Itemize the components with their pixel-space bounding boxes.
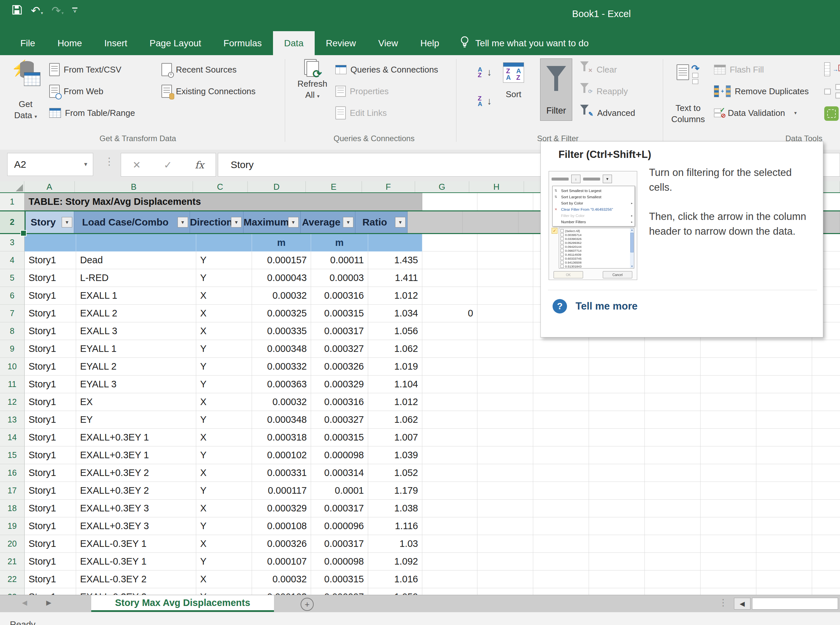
grid-cell[interactable]: 0.000325: [252, 305, 311, 322]
grid-cell[interactable]: [533, 376, 589, 393]
grid-cell[interactable]: 0.000096: [311, 517, 368, 535]
grid-cell[interactable]: [422, 234, 477, 252]
column-header-G[interactable]: G: [415, 181, 469, 192]
grid-cell[interactable]: Y: [196, 517, 252, 535]
grid-cell[interactable]: 1.435: [368, 252, 422, 269]
grid-cell[interactable]: Y: [196, 553, 252, 571]
grid-cell[interactable]: [589, 358, 645, 376]
grid-cell[interactable]: 1.062: [368, 340, 422, 358]
grid-cell[interactable]: EXALL 1: [76, 287, 196, 305]
grid-cell[interactable]: Y: [196, 358, 252, 376]
grid-cell[interactable]: 1.116: [368, 517, 422, 535]
grid-cell[interactable]: [812, 340, 840, 358]
grid-cell[interactable]: 1.038: [368, 500, 422, 517]
column-header-H[interactable]: H: [469, 181, 524, 192]
grid-cell[interactable]: 0.000107: [252, 553, 311, 571]
grid-cell[interactable]: [422, 482, 477, 500]
grid-cell[interactable]: [533, 464, 589, 482]
grid-cell[interactable]: [645, 411, 700, 429]
select-all-corner[interactable]: [0, 181, 24, 192]
sheet-nav-previous-icon[interactable]: ◄: [20, 598, 29, 608]
row-header[interactable]: 5: [0, 269, 25, 287]
grid-cell[interactable]: [756, 464, 812, 482]
grid-cell[interactable]: [422, 429, 477, 446]
grid-cell[interactable]: 0.000103: [252, 588, 311, 595]
unit-cell[interactable]: m: [252, 234, 311, 252]
from-table-range-button[interactable]: From Table/Range: [49, 104, 135, 121]
grid-cell[interactable]: [477, 411, 533, 429]
grid-cell[interactable]: [196, 234, 252, 252]
grid-cell[interactable]: [700, 535, 756, 553]
grid-cell[interactable]: 0.000317: [311, 535, 368, 553]
cancel-entry-icon[interactable]: ✕: [133, 159, 141, 171]
row-header[interactable]: 3: [0, 234, 25, 252]
text-to-columns-button[interactable]: ↷ Text to Columns: [669, 60, 707, 125]
grid-cell[interactable]: EY: [76, 411, 196, 429]
filter-dropdown-icon[interactable]: ▼: [395, 217, 405, 227]
grid-cell[interactable]: [477, 305, 533, 322]
column-header-A[interactable]: A: [24, 181, 75, 192]
grid-cell[interactable]: X: [196, 429, 252, 446]
grid-cell[interactable]: Story1: [25, 287, 76, 305]
grid-cell[interactable]: 0.000108: [252, 517, 311, 535]
grid-cell[interactable]: [700, 446, 756, 464]
tell-me-more-link[interactable]: ? Tell me more: [553, 299, 638, 314]
grid-cell[interactable]: [533, 482, 589, 500]
grid-cell[interactable]: [700, 553, 756, 571]
row-header[interactable]: 14: [0, 429, 25, 446]
formula-bar-handle[interactable]: ⋮: [104, 155, 114, 167]
grid-cell[interactable]: Story1: [25, 322, 76, 340]
grid-cell[interactable]: 1.411: [368, 269, 422, 287]
filter-header-story[interactable]: Story▼: [25, 211, 74, 234]
grid-cell[interactable]: 1.019: [368, 358, 422, 376]
grid-cell[interactable]: Story1: [25, 517, 76, 535]
grid-cell[interactable]: 0.000348: [252, 411, 311, 429]
grid-cell[interactable]: 1.052: [368, 464, 422, 482]
grid-cell[interactable]: [756, 517, 812, 535]
row-header[interactable]: 9: [0, 340, 25, 358]
consolidate-icon[interactable]: →: [824, 62, 830, 76]
grid-cell[interactable]: X: [196, 393, 252, 411]
grid-cell[interactable]: [422, 500, 477, 517]
grid-cell[interactable]: 0.00003: [311, 269, 368, 287]
grid-cell[interactable]: 0.000098: [311, 553, 368, 571]
grid-cell[interactable]: 0.000331: [252, 464, 311, 482]
grid-cell[interactable]: [477, 500, 533, 517]
grid-cell[interactable]: Story1: [25, 446, 76, 464]
grid-cell[interactable]: [422, 553, 477, 571]
filter-dropdown-icon[interactable]: ▼: [343, 217, 353, 227]
grid-cell[interactable]: 0.000315: [311, 429, 368, 446]
grid-cell[interactable]: [477, 234, 533, 252]
grid-cell[interactable]: [422, 376, 477, 393]
grid-cell[interactable]: [368, 234, 422, 252]
grid-cell[interactable]: 0.000097: [311, 588, 368, 595]
grid-cell[interactable]: X: [196, 305, 252, 322]
grid-cell[interactable]: [422, 340, 477, 358]
grid-cell[interactable]: [756, 411, 812, 429]
grid-cell[interactable]: [645, 376, 700, 393]
grid-cell[interactable]: [422, 411, 477, 429]
grid-cell[interactable]: Dead: [76, 252, 196, 269]
grid-cell[interactable]: [422, 358, 477, 376]
fill-handle[interactable]: [20, 230, 26, 236]
grid-cell[interactable]: [408, 211, 463, 234]
grid-cell[interactable]: 1.179: [368, 482, 422, 500]
grid-cell[interactable]: [477, 517, 533, 535]
grid-cell[interactable]: [589, 535, 645, 553]
grid-cell[interactable]: Story1: [25, 269, 76, 287]
filter-button[interactable]: Filter: [540, 58, 572, 121]
filter-dropdown-icon[interactable]: ▼: [288, 217, 298, 227]
grid-cell[interactable]: [589, 446, 645, 464]
grid-cell[interactable]: [477, 193, 533, 211]
grid-cell[interactable]: EYALL 3: [76, 376, 196, 393]
column-header-C[interactable]: C: [193, 181, 248, 192]
column-header-E[interactable]: E: [306, 181, 362, 192]
grid-cell[interactable]: Y: [196, 411, 252, 429]
grid-cell[interactable]: [477, 287, 533, 305]
grid-cell[interactable]: 1.012: [368, 287, 422, 305]
grid-cell[interactable]: [422, 393, 477, 411]
grid-cell[interactable]: [422, 269, 477, 287]
refresh-all-button[interactable]: ⟳ Refresh All ▾: [295, 59, 329, 102]
grid-cell[interactable]: [700, 393, 756, 411]
grid-cell[interactable]: 0.000326: [252, 535, 311, 553]
